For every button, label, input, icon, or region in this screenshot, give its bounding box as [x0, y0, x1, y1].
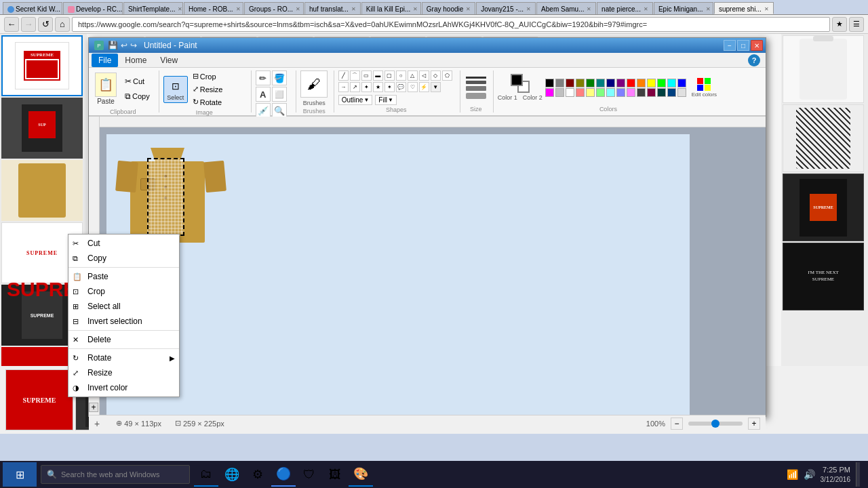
swatch-gray1[interactable] — [555, 79, 564, 87]
tab-secret-kid[interactable]: Secret Kid W... ✕ — [3, 2, 62, 14]
lightning-shape[interactable]: ⚡ — [419, 82, 429, 92]
arrow2-shape[interactable]: ↗ — [350, 82, 360, 92]
right-thumb-3[interactable]: SUPREME — [783, 174, 864, 241]
tab-supreme-shirts[interactable]: supreme shi... ✕ — [714, 2, 774, 14]
fill-button[interactable]: Fill▼ — [375, 95, 397, 105]
heart-shape[interactable]: ♡ — [408, 82, 418, 92]
pencil-tool[interactable]: ✏ — [256, 70, 271, 85]
ellipse-shape[interactable]: ○ — [396, 70, 406, 81]
tab-jovany[interactable]: Jovany215 -... ✕ — [476, 2, 536, 14]
save-quick-icon[interactable]: 💾 — [108, 41, 118, 50]
swatch-darkred[interactable] — [566, 79, 574, 87]
maximize-button[interactable]: □ — [737, 40, 749, 51]
swatch-dark3[interactable] — [657, 88, 666, 97]
minimize-button[interactable]: − — [724, 40, 736, 51]
right-thumb-1[interactable] — [783, 35, 864, 103]
tab-kill[interactable]: Kill la Kill Epi... ✕ — [361, 2, 421, 14]
ctx-item-invert-color[interactable]: ◑ Invert color — [68, 380, 179, 395]
size-1[interactable] — [466, 77, 486, 79]
canvas-add-icon[interactable]: + — [94, 418, 100, 429]
tab-gray[interactable]: Gray hoodie ✕ — [422, 2, 475, 14]
swatch-magenta[interactable] — [545, 88, 554, 97]
swatch-darkgray[interactable] — [637, 88, 646, 97]
tab-close-icon[interactable]: ✕ — [178, 6, 182, 12]
tab-close-icon[interactable]: ✕ — [296, 6, 300, 12]
swatch-lightpink[interactable] — [627, 88, 635, 97]
tri-shape[interactable]: △ — [408, 70, 418, 81]
ctx-item-cut[interactable]: ✂ Cut — [68, 236, 179, 251]
swatch-purple[interactable] — [616, 79, 625, 87]
tab-groups[interactable]: Groups - RO... ✕ — [244, 2, 304, 14]
swatch-light1[interactable] — [677, 88, 686, 97]
swatch-olive[interactable] — [576, 79, 585, 87]
forward-button[interactable]: → — [21, 17, 36, 32]
star-button[interactable]: ★ — [832, 17, 847, 32]
zoom-slider[interactable] — [688, 422, 743, 426]
tab-huf[interactable]: huf translat... ✕ — [304, 2, 361, 14]
size-4[interactable] — [466, 93, 486, 99]
tab-close-icon[interactable]: ✕ — [587, 6, 591, 12]
crop-button[interactable]: ⊟ Crop — [189, 70, 226, 82]
swatch-blue[interactable] — [677, 79, 686, 87]
bottom-thumb-1[interactable]: SUPREME — [5, 369, 73, 430]
star6-shape[interactable]: ✶ — [384, 82, 395, 92]
diamond-shape[interactable]: ◇ — [431, 70, 441, 81]
swatch-silver[interactable] — [555, 88, 564, 97]
tab-close-icon[interactable]: ✕ — [413, 6, 418, 12]
star4-shape[interactable]: ✦ — [361, 82, 372, 92]
tab-nate[interactable]: nate pierce... ✕ — [597, 2, 653, 14]
tab-abem[interactable]: Abem Samu... ✕ — [536, 2, 596, 14]
ctx-item-select-all[interactable]: ⊞ Select all — [68, 299, 179, 314]
ctx-item-resize[interactable]: ⤢ Resize — [68, 365, 179, 380]
callout-shape[interactable]: 💬 — [396, 82, 406, 92]
back-button[interactable]: ← — [4, 17, 19, 32]
redo-quick-icon[interactable]: ↪ — [130, 41, 137, 50]
tab-close-icon[interactable]: ✕ — [706, 6, 711, 12]
swatch-lightcyan[interactable] — [606, 88, 615, 97]
rtri-shape[interactable]: ◁ — [419, 70, 429, 81]
swatch-yellow[interactable] — [647, 79, 656, 87]
swatch-lightyellow[interactable] — [586, 88, 595, 97]
tab-epic[interactable]: Epic Minigan... ✕ — [654, 2, 713, 14]
taskbar-app-explorer[interactable]: 🗂 — [194, 462, 218, 487]
zoom-out-button[interactable]: − — [671, 418, 683, 430]
undo-quick-icon[interactable]: ↩ — [121, 41, 127, 50]
arrow-shape[interactable]: → — [338, 82, 349, 92]
swatch-dark4[interactable] — [667, 88, 676, 97]
rect2-shape[interactable]: ▬ — [373, 70, 383, 81]
swatch-black[interactable] — [545, 79, 554, 87]
swatch-orange[interactable] — [637, 79, 646, 87]
outline-button[interactable]: Outline▼ — [338, 95, 373, 105]
tab-close-icon[interactable]: ✕ — [351, 6, 356, 12]
tab-close-icon[interactable]: ✕ — [236, 6, 241, 12]
cut-button[interactable]: ✂ Cut — [121, 75, 153, 88]
fill-tool[interactable]: 🪣 — [272, 70, 287, 85]
line-shape[interactable]: ╱ — [338, 70, 349, 81]
ctx-item-copy[interactable]: ⧉ Copy — [68, 251, 179, 266]
left-thumb-1[interactable]: SUPREME — [1, 35, 83, 96]
edit-colors-button[interactable]: Edit colors — [690, 76, 719, 100]
menu-button[interactable]: ☰ — [849, 17, 864, 32]
pent-shape[interactable]: ⬠ — [442, 70, 452, 81]
swatch-green[interactable] — [586, 79, 595, 87]
color1-swatch[interactable] — [511, 74, 523, 86]
left-thumb-2[interactable]: SUP — [1, 98, 83, 159]
swatch-cyan[interactable] — [667, 79, 676, 87]
more-shapes[interactable]: ▼ — [431, 82, 441, 92]
taskbar-app-ie[interactable]: 🌐 — [220, 462, 244, 487]
ctx-item-delete[interactable]: ✕ Delete — [68, 332, 179, 347]
eraser-tool[interactable]: ⬜ — [272, 87, 287, 102]
zoom-in-button[interactable]: + — [748, 418, 760, 430]
swatch-pink[interactable] — [576, 88, 585, 97]
swatch-white[interactable] — [566, 88, 574, 97]
swatch-navy[interactable] — [606, 79, 615, 87]
taskbar-network-icon[interactable]: 📶 — [787, 469, 798, 480]
help-icon[interactable]: ? — [748, 54, 760, 66]
select-button[interactable]: ⊡ Select — [163, 76, 188, 103]
taskbar-app-paint[interactable]: 🎨 — [349, 462, 373, 487]
refresh-button[interactable]: ↺ — [38, 17, 53, 32]
size-3[interactable] — [466, 86, 486, 91]
paste-button[interactable]: 📋 Paste — [93, 70, 119, 107]
taskbar-app-photos[interactable]: 🖼 — [323, 462, 347, 487]
tab-close-icon[interactable]: ✕ — [466, 6, 471, 12]
